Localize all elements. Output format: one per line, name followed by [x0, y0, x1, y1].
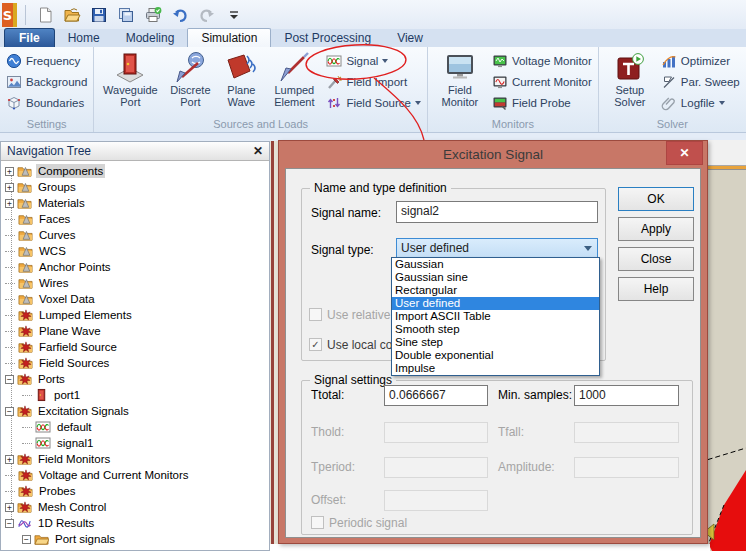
expand-icon[interactable]: + [5, 199, 14, 208]
new-document-icon[interactable] [34, 4, 56, 26]
setup-solver-button[interactable]: Setup Solver [603, 49, 657, 108]
expand-icon[interactable]: + [5, 167, 14, 176]
tperiod-input [384, 457, 488, 478]
field-import-button[interactable]: Field Import [323, 71, 424, 92]
tree-item-label: port1 [52, 388, 82, 402]
dropdown-option-import-ascii-table[interactable]: Import ASCII Table [392, 310, 599, 323]
boundaries-button[interactable]: Boundaries [3, 92, 90, 113]
periodic-signal-checkbox[interactable] [311, 516, 324, 529]
expand-icon[interactable]: + [5, 183, 14, 192]
tree-item-signal1[interactable]: signal1 [1, 435, 95, 451]
par-sweep-button[interactable]: Par. Sweep [658, 71, 743, 92]
tab-modeling[interactable]: Modeling [113, 29, 188, 47]
tree-item-ports[interactable]: −Ports [1, 371, 67, 387]
dropdown-option-smooth-step[interactable]: Smooth step [392, 323, 599, 336]
collapse-icon[interactable]: − [22, 535, 31, 544]
tree-item-materials[interactable]: +Materials [1, 195, 87, 211]
tab-home[interactable]: Home [55, 29, 113, 47]
tree-item-voltage-and-current-monitors[interactable]: Voltage and Current Monitors [1, 467, 191, 483]
collapse-icon[interactable]: − [5, 519, 14, 528]
frequency-button[interactable]: Frequency [3, 50, 90, 71]
folder-star-icon [18, 484, 33, 498]
use-relative-checkbox[interactable] [309, 308, 322, 321]
tree-item-label: WCS [37, 244, 68, 258]
copy-icon[interactable] [115, 4, 137, 26]
tree-item-faces[interactable]: Faces [1, 211, 72, 227]
field-source-button[interactable]: Field Source [323, 92, 424, 113]
tab-simulation[interactable]: Simulation [187, 28, 271, 47]
tree-item-port-signals[interactable]: −Port signals [1, 531, 117, 547]
tab-post-processing[interactable]: Post Processing [271, 29, 384, 47]
discrete-port-button[interactable]: Discrete Port [164, 49, 216, 108]
field-monitor-button[interactable]: Field Monitor [432, 49, 488, 108]
dropdown-option-gaussian[interactable]: Gaussian [392, 258, 599, 271]
dropdown-option-sine-step[interactable]: Sine step [392, 336, 599, 349]
open-icon[interactable] [61, 4, 83, 26]
field-probe-button[interactable]: Field Probe [489, 92, 595, 113]
print-icon[interactable] [142, 4, 164, 26]
close-icon[interactable]: ✕ [253, 145, 263, 157]
optimizer-button[interactable]: Optimizer [658, 50, 743, 71]
apply-button[interactable]: Apply [618, 217, 694, 241]
folder-cone-icon [18, 292, 33, 306]
tree-item-wcs[interactable]: WCS [1, 243, 68, 259]
voltage-monitor-button[interactable]: Voltage Monitor [489, 50, 595, 71]
tab-file[interactable]: File [4, 28, 55, 47]
navigation-tree-header[interactable]: Navigation Tree ✕ [1, 142, 269, 161]
current-monitor-button[interactable]: Current Monitor [489, 71, 595, 92]
tab-view[interactable]: View [384, 29, 436, 47]
redo-icon[interactable] [196, 4, 218, 26]
tree-item-1d-results[interactable]: −1D Results [1, 515, 96, 531]
help-button[interactable]: Help [618, 277, 694, 301]
ribbon-group-solver: Setup SolverOptimizerPar. SweepLogfileSo… [599, 47, 746, 132]
tree-item-wires[interactable]: Wires [1, 275, 70, 291]
use-local-copy-checkbox[interactable]: ✓ [309, 338, 322, 351]
collapse-icon[interactable]: − [5, 407, 14, 416]
ttotal-input[interactable]: 0.0666667 [384, 385, 488, 406]
customize-toolbar-icon[interactable] [223, 4, 245, 26]
signal-button[interactable]: Signal [323, 50, 424, 71]
close-icon[interactable]: ✕ [666, 141, 703, 165]
collapse-icon[interactable]: − [5, 375, 14, 384]
expand-icon[interactable]: + [5, 455, 14, 464]
tree-item-excitation-signals[interactable]: −Excitation Signals [1, 403, 131, 419]
min-samples-input[interactable]: 1000 [574, 385, 679, 406]
tree-item-default[interactable]: default [1, 419, 94, 435]
close-button[interactable]: Close [618, 247, 694, 271]
background-button[interactable]: Background [3, 71, 90, 92]
background-strip [270, 544, 710, 551]
dropdown-option-user-defined[interactable]: User defined [392, 297, 599, 310]
folder-cone-icon [17, 196, 32, 210]
dropdown-option-rectangular[interactable]: Rectangular [392, 284, 599, 297]
ok-button[interactable]: OK [618, 187, 694, 211]
tree-item-port1[interactable]: port1 [1, 387, 82, 403]
tree-item-field-sources[interactable]: Field Sources [1, 355, 111, 371]
tree-item-farfield-source[interactable]: Farfield Source [1, 339, 119, 355]
dropdown-option-impulse[interactable]: Impulse [392, 362, 599, 375]
plane-wave-button[interactable]: Plane Wave [218, 49, 264, 108]
signal-name-input[interactable]: signal2 [396, 201, 598, 223]
tree-item-mesh-control[interactable]: +Mesh Control [1, 499, 108, 515]
group-label-monitors: Monitors [431, 117, 595, 132]
dropdown-option-gaussian-sine[interactable]: Gaussian sine [392, 271, 599, 284]
dropdown-option-double-exponential[interactable]: Double exponential [392, 349, 599, 362]
tree-item-anchor-points[interactable]: Anchor Points [1, 259, 113, 275]
undo-icon[interactable] [169, 4, 191, 26]
tree-item-field-monitors[interactable]: +Field Monitors [1, 451, 112, 467]
offset-label: Offset: [311, 493, 346, 507]
voltage-monitor-icon [492, 53, 508, 69]
logfile-button[interactable]: Logfile [658, 92, 743, 113]
save-icon[interactable] [88, 4, 110, 26]
waveguide-port-button[interactable]: Waveguide Port [98, 49, 162, 108]
lumped-element-button[interactable]: Lumped Element [266, 49, 322, 108]
tree-item-groups[interactable]: +Groups [1, 179, 78, 195]
dialog-body: Name and type definition Signal name: si… [285, 168, 701, 538]
tree-item-probes[interactable]: Probes [1, 483, 77, 499]
tree-item-curves[interactable]: Curves [1, 227, 77, 243]
expand-icon[interactable]: + [5, 503, 14, 512]
tree-item-plane-wave[interactable]: Plane Wave [1, 323, 103, 339]
amplitude-label: Amplitude: [498, 460, 555, 474]
tree-item-voxel-data[interactable]: Voxel Data [1, 291, 97, 307]
tree-item-lumped-elements[interactable]: Lumped Elements [1, 307, 134, 323]
tree-item-components[interactable]: +Components [1, 163, 105, 179]
